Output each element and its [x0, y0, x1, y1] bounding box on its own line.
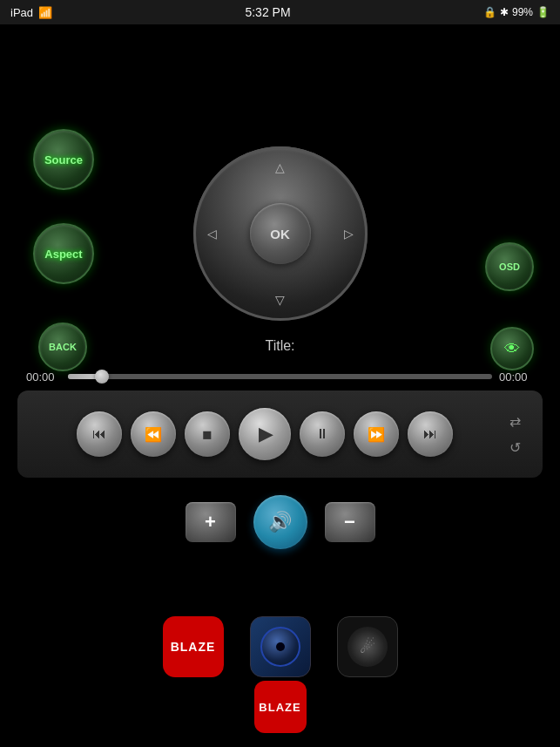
bluetooth-icon: ✱ — [500, 6, 509, 18]
speaker-icon: 🔊 — [268, 511, 292, 533]
osd-button[interactable]: OSD — [485, 242, 534, 291]
app-icons-row: BLAZE ☄ — [163, 616, 398, 677]
transport-container: ⏮ ⏪ ◼ ▶ ⏸ ⏩ ⏭ ⇄ — [17, 390, 543, 478]
bottom-blaze-label: BLAZE — [259, 701, 300, 714]
status-time: 5:32 PM — [245, 5, 290, 19]
title-label: Title: — [265, 338, 294, 354]
lock-icon: 🔒 — [483, 6, 496, 18]
transport-side-controls: ⇄ ↺ — [503, 411, 534, 458]
time-start: 00:00 — [26, 370, 61, 384]
disc-hole — [276, 642, 285, 651]
pause-button[interactable]: ⏸ — [300, 411, 345, 457]
bottom-blaze-logo[interactable]: BLAZE — [254, 681, 307, 733]
dpad-down-button[interactable]: ▽ — [275, 293, 285, 307]
shuffle-button[interactable]: ⇄ — [503, 411, 527, 431]
bluray-app-icon[interactable] — [250, 616, 311, 677]
main-area: Source Aspect OSD △ ▽ ◁ ▷ OK BACK 👁 Titl… — [0, 24, 560, 747]
mute-button[interactable]: 🔊 — [253, 495, 307, 549]
ok-button[interactable]: OK — [250, 203, 311, 264]
time-end: 00:00 — [499, 370, 534, 384]
dpad-right-button[interactable]: ▷ — [344, 227, 354, 241]
progress-track[interactable] — [68, 374, 492, 379]
stop-button[interactable]: ◼ — [185, 411, 230, 457]
transport-controls: ⏮ ⏪ ◼ ▶ ⏸ ⏩ ⏭ — [26, 408, 503, 460]
dpad-up-button[interactable]: △ — [275, 160, 285, 174]
fan-icon: ☄ — [347, 627, 388, 667]
volume-area: + 🔊 − — [186, 495, 375, 549]
fast-forward-button[interactable]: ⏩ — [354, 411, 399, 457]
dpad-left-button[interactable]: ◁ — [207, 227, 217, 241]
battery-icon: 🔋 — [536, 6, 550, 18]
skip-next-button[interactable]: ⏭ — [408, 411, 453, 457]
status-right: 🔒 ✱ 99% 🔋 — [483, 6, 550, 18]
progress-area: 00:00 00:00 — [26, 364, 534, 389]
play-button[interactable]: ▶ — [239, 408, 291, 460]
dark-app-icon[interactable]: ☄ — [337, 616, 398, 677]
blaze-app-icon[interactable]: BLAZE — [163, 616, 224, 677]
dpad-wheel: △ ▽ ◁ ▷ OK — [193, 146, 368, 321]
rewind-button[interactable]: ⏪ — [131, 411, 176, 457]
repeat-button[interactable]: ↺ — [503, 437, 527, 458]
bluray-disc — [260, 627, 300, 667]
status-bar: iPad 📶 5:32 PM 🔒 ✱ 99% 🔋 — [0, 0, 560, 24]
repeat-icon: ↺ — [509, 439, 521, 456]
volume-down-button[interactable]: − — [325, 502, 375, 542]
aspect-button[interactable]: Aspect — [33, 223, 94, 284]
eye-icon: 👁 — [504, 340, 520, 358]
wifi-icon: 📶 — [38, 6, 52, 19]
source-button[interactable]: Source — [33, 129, 94, 190]
battery-percent: 99% — [512, 6, 533, 18]
shuffle-icon: ⇄ — [509, 413, 521, 430]
dpad-container: △ ▽ ◁ ▷ OK — [193, 146, 368, 321]
skip-prev-button[interactable]: ⏮ — [77, 411, 122, 457]
status-left: iPad 📶 — [10, 6, 52, 19]
progress-thumb[interactable] — [95, 370, 109, 384]
volume-up-button[interactable]: + — [186, 502, 236, 542]
ipad-label: iPad — [10, 6, 33, 19]
